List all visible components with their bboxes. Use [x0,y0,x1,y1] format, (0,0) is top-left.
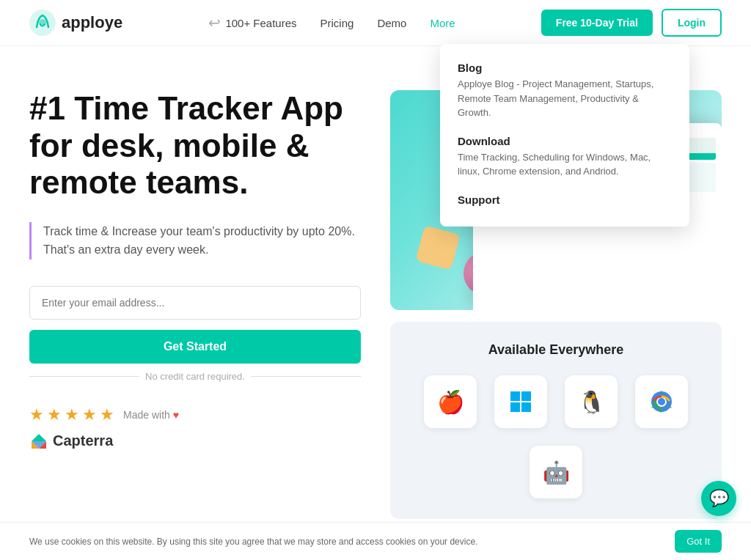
star-5-half: ★ [100,405,114,424]
dropdown-support: Support [458,194,672,206]
nav-pricing[interactable]: Pricing [320,17,354,29]
chat-bubble[interactable]: 💬 [701,481,736,516]
star-rating: ★ ★ ★ ★ ★ [29,405,114,424]
logo[interactable]: apploye [29,10,122,36]
svg-rect-7 [521,391,531,401]
available-section: Available Everywhere 🍎 🐧 [390,322,722,519]
capterra-badge: Capterra [29,432,361,451]
dropdown-download: Download Time Tracking, Scheduling for W… [458,135,672,179]
hero-subtitle: Track time & Increase your team's produc… [29,222,361,259]
nav-features[interactable]: ↩ 100+ Features [208,14,296,32]
capterra-text: Capterra [53,432,113,449]
svg-point-12 [658,398,665,405]
available-title: Available Everywhere [411,342,701,358]
capterra-icon [29,432,48,451]
platform-linux: 🐧 [565,375,618,428]
heart-icon: ♥ [173,409,179,421]
hero-subtitle-text: Track time & Increase your team's produc… [43,225,355,257]
hero-left: #1 Time Tracker App for desk, mobile & r… [29,90,361,451]
made-with: Made with ♥ [123,409,179,421]
more-dropdown: Blog Apploye Blog - Project Management, … [440,44,689,226]
dropdown-support-title: Support [458,194,672,206]
svg-marker-2 [32,434,46,441]
dropdown-blog-desc: Apploye Blog - Project Management, Start… [458,77,672,120]
svg-rect-8 [510,402,520,412]
logo-icon [29,10,56,36]
trial-button[interactable]: Free 10-Day Trial [541,10,653,36]
shape-cube [415,225,460,270]
svg-rect-9 [521,402,531,412]
login-button[interactable]: Login [662,9,722,37]
dropdown-download-desc: Time Tracking, Scheduling for Windows, M… [458,150,672,179]
nav-demo[interactable]: Demo [377,17,406,29]
platform-chrome [635,375,688,428]
divider-right [251,376,361,377]
dropdown-blog-title: Blog [458,62,672,74]
dropdown-download-title: Download [458,135,672,147]
dropdown-blog: Blog Apploye Blog - Project Management, … [458,62,672,120]
platform-windows [494,375,547,428]
email-input-wrap [29,286,361,320]
divider-left [29,376,139,377]
star-2: ★ [47,405,62,424]
nav-more[interactable]: More [430,17,455,29]
main-nav: ↩ 100+ Features Pricing Demo More [208,14,455,32]
hero-title: #1 Time Tracker App for desk, mobile & r… [29,90,361,202]
platform-apple: 🍎 [424,375,477,428]
star-1: ★ [29,405,44,424]
star-4: ★ [82,405,97,424]
star-3: ★ [65,405,79,424]
header-actions: Free 10-Day Trial Login [541,9,722,37]
get-started-button[interactable]: Get Started [29,330,361,364]
chrome-icon [651,391,673,413]
arrow-icon: ↩ [208,14,221,32]
cookie-text: We use cookies on this website. By using… [29,537,477,547]
email-input[interactable] [29,286,361,320]
platform-icons: 🍎 🐧 [411,375,701,498]
header: apploye ↩ 100+ Features Pricing Demo Mor… [0,0,751,46]
no-credit-card-notice: No credit card required. [29,371,361,382]
logo-text: apploye [62,13,122,32]
chat-icon: 💬 [709,489,729,508]
svg-rect-6 [510,391,520,401]
windows-icon [510,391,532,413]
rating-area: ★ ★ ★ ★ ★ Made with ♥ [29,405,361,451]
cookie-got-it-button[interactable]: Got It [675,530,722,548]
platform-android: 🤖 [530,446,582,498]
features-label: 100+ Features [225,17,296,29]
no-cc-text: No credit card required. [145,371,245,382]
cookie-bar: We use cookies on this website. By using… [0,522,751,548]
